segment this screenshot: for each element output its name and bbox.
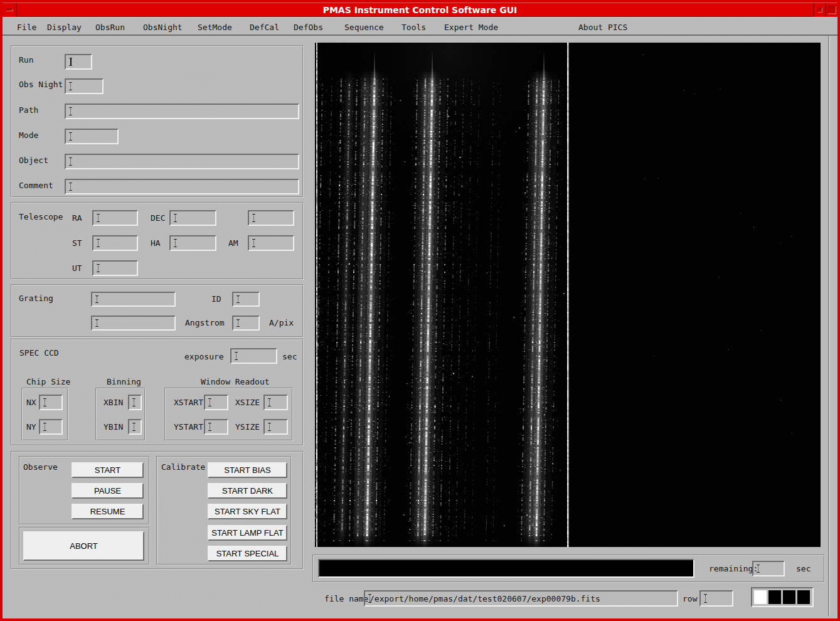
run-label: Run bbox=[19, 55, 33, 65]
file-name-field[interactable]: /export/home/pmas/dat/test020607/exp0007… bbox=[364, 590, 678, 607]
window-title: PMAS Instrument Control Software GUI bbox=[3, 5, 837, 15]
row-field[interactable] bbox=[699, 590, 733, 607]
remaining-field[interactable] bbox=[752, 561, 785, 576]
ny-field[interactable] bbox=[39, 419, 63, 435]
text-caret bbox=[68, 58, 73, 66]
iconify-button[interactable] bbox=[813, 3, 825, 17]
telescope-extra-field[interactable] bbox=[248, 210, 294, 226]
grating-name-field[interactable] bbox=[91, 292, 176, 307]
mode-label: Mode bbox=[19, 130, 38, 140]
st-label: ST bbox=[72, 238, 82, 248]
am-field[interactable] bbox=[248, 235, 294, 251]
abort-button[interactable]: ABORT bbox=[23, 531, 144, 561]
obs-night-field[interactable] bbox=[65, 78, 104, 94]
ut-label: UT bbox=[72, 263, 82, 273]
run-field[interactable] bbox=[65, 54, 92, 70]
ut-field[interactable] bbox=[92, 260, 138, 276]
grating-wavelength-field[interactable] bbox=[91, 316, 176, 331]
pause-button[interactable]: PAUSE bbox=[72, 483, 144, 499]
xbin-label: XBIN bbox=[104, 398, 123, 407]
start-bias-button[interactable]: START BIAS bbox=[208, 462, 287, 478]
dec-field[interactable] bbox=[169, 210, 216, 226]
object-field[interactable] bbox=[65, 154, 299, 169]
grating-panel: Grating ID Angstrom A/pix bbox=[11, 284, 304, 337]
telescope-title: Telescope bbox=[19, 212, 63, 221]
ystart-label: YSTART bbox=[174, 422, 203, 432]
exposure-label: exposure bbox=[184, 352, 224, 361]
xsize-label: XSIZE bbox=[235, 398, 260, 407]
remaining-sec-label: sec bbox=[796, 564, 811, 573]
colormap-tile[interactable] bbox=[754, 590, 767, 604]
dec-label: DEC bbox=[151, 213, 165, 223]
ybin-field[interactable] bbox=[128, 419, 142, 435]
nx-label: NX bbox=[26, 398, 36, 407]
ha-field[interactable] bbox=[169, 235, 216, 251]
text-caret bbox=[68, 132, 73, 141]
path-label: Path bbox=[19, 105, 38, 115]
file-name-value: /export/home/pmas/dat/test020607/exp0007… bbox=[369, 594, 600, 603]
menu-item-display[interactable]: Display bbox=[47, 23, 82, 32]
colormap-tile[interactable] bbox=[783, 590, 795, 604]
menu-item-setmode[interactable]: SetMode bbox=[198, 23, 232, 32]
text-caret bbox=[68, 107, 73, 115]
menu-item-sequence[interactable]: Sequence bbox=[344, 23, 384, 32]
mode-field[interactable] bbox=[65, 129, 119, 144]
menu-item-defobs[interactable]: DefObs bbox=[294, 23, 323, 32]
menu-item-file[interactable]: File bbox=[17, 23, 36, 32]
menu-item-tools[interactable]: Tools bbox=[401, 23, 426, 32]
menu-item-about-pics[interactable]: About PICS bbox=[578, 23, 627, 32]
spec-ccd-title: SPEC CCD bbox=[19, 348, 59, 358]
comment-field[interactable] bbox=[65, 179, 299, 194]
ystart-field[interactable] bbox=[204, 419, 228, 435]
ra-field[interactable] bbox=[92, 210, 138, 226]
grating-dispersion-field[interactable] bbox=[232, 316, 260, 331]
text-caret bbox=[267, 423, 272, 431]
colormap-tile[interactable] bbox=[768, 590, 781, 604]
grating-id-field[interactable] bbox=[232, 292, 260, 307]
text-caret bbox=[208, 398, 212, 406]
titlebar[interactable]: PMAS Instrument Control Software GUI bbox=[3, 3, 837, 17]
colormap-tile[interactable] bbox=[797, 590, 810, 604]
xbin-field[interactable] bbox=[128, 395, 142, 410]
start-button[interactable]: START bbox=[72, 462, 144, 478]
menu-item-defcal[interactable]: DefCal bbox=[250, 23, 279, 32]
actions-panel: Observe START PAUSE RESUME ABORT Calibra… bbox=[11, 451, 304, 570]
text-caret bbox=[95, 319, 99, 327]
menu-item-expert-mode[interactable]: Expert Mode bbox=[444, 23, 498, 32]
object-label: Object bbox=[19, 156, 48, 165]
path-field[interactable] bbox=[65, 104, 299, 119]
start-sky-flat-button[interactable]: START SKY FLAT bbox=[208, 504, 287, 519]
ccd-image-canvas[interactable] bbox=[315, 43, 821, 547]
menu-item-obsrun[interactable]: ObsRun bbox=[95, 23, 125, 32]
start-lamp-flat-button[interactable]: START LAMP FLAT bbox=[208, 525, 287, 541]
text-caret bbox=[208, 423, 212, 431]
ysize-field[interactable] bbox=[263, 419, 288, 435]
ybin-label: YBIN bbox=[104, 422, 123, 432]
nx-field[interactable] bbox=[39, 395, 63, 410]
menu-item-obsnight[interactable]: ObsNight bbox=[143, 23, 183, 32]
text-caret bbox=[68, 183, 73, 191]
xsize-field[interactable] bbox=[263, 395, 288, 410]
text-caret bbox=[173, 239, 178, 247]
st-field[interactable] bbox=[92, 235, 138, 251]
calibrate-box: Calibrate START BIAS START DARK START SK… bbox=[156, 456, 292, 565]
maximize-icon bbox=[827, 6, 836, 14]
text-caret bbox=[236, 295, 240, 303]
exposure-status-panel: remaining: sec bbox=[312, 555, 825, 583]
xstart-field[interactable] bbox=[204, 395, 228, 410]
abort-box: ABORT bbox=[19, 527, 150, 565]
ha-label: HA bbox=[151, 238, 161, 248]
text-caret bbox=[68, 82, 73, 90]
row-label: row bbox=[683, 594, 697, 603]
text-caret bbox=[267, 398, 272, 406]
text-caret bbox=[96, 239, 100, 247]
exposure-field[interactable] bbox=[230, 348, 277, 364]
resume-button[interactable]: RESUME bbox=[72, 504, 144, 519]
window-readout-box: XSTART XSIZE YSTART YSIZE bbox=[164, 388, 293, 441]
progress-bar bbox=[318, 559, 694, 578]
text-caret bbox=[96, 264, 100, 272]
start-dark-button[interactable]: START DARK bbox=[208, 483, 287, 499]
maximize-button[interactable] bbox=[825, 3, 837, 17]
text-caret bbox=[236, 319, 240, 327]
start-special-button[interactable]: START SPECIAL bbox=[208, 546, 287, 561]
